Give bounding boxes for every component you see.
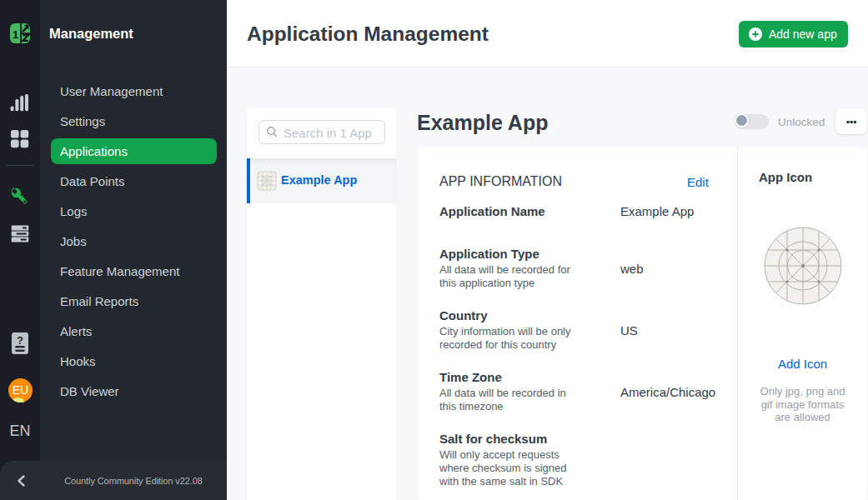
svg-text:1: 1 bbox=[13, 28, 18, 41]
svg-text:?: ? bbox=[17, 334, 23, 347]
